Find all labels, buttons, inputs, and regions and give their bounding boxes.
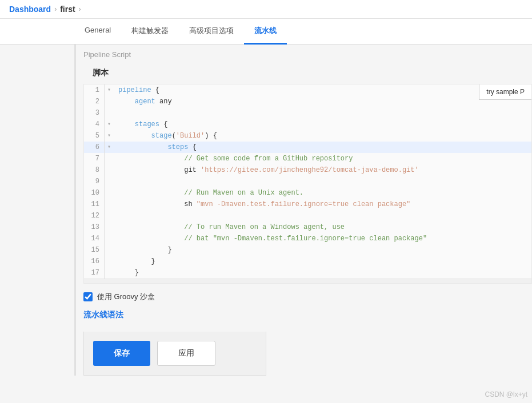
- fold-indicator: [105, 187, 114, 199]
- fold-indicator: [105, 267, 114, 279]
- table-row: 4 ▾ stages {: [84, 119, 531, 130]
- line-content: agent any: [114, 96, 531, 107]
- table-row: 9: [84, 176, 531, 187]
- fold-indicator: [105, 221, 114, 233]
- tab-triggers[interactable]: 构建触发器: [121, 19, 179, 45]
- groovy-sandbox-label: 使用 Groovy 沙盒: [97, 292, 155, 302]
- fold-indicator: [105, 176, 114, 187]
- line-number: 4: [84, 119, 105, 130]
- table-row: 13 // To run Maven on a Windows agent, u…: [84, 221, 531, 233]
- fold-indicator[interactable]: ▾: [105, 84, 114, 96]
- line-content: sh "mvn -Dmaven.test.failure.ignore=true…: [114, 199, 531, 210]
- table-row: 2 agent any: [84, 96, 531, 107]
- pipeline-script-label: Pipeline Script: [83, 45, 532, 62]
- line-content: git 'https://gitee.com/jinchenghe92/tomc…: [114, 164, 531, 176]
- main-content: Pipeline Script 脚本 try sample P 1 ▾ pipe…: [0, 45, 532, 376]
- breadcrumb-dashboard[interactable]: Dashboard: [9, 5, 51, 14]
- line-number: 6: [84, 142, 105, 153]
- fold-indicator: [105, 233, 114, 244]
- line-number: 2: [84, 96, 105, 107]
- line-content: // Run Maven on a Unix agent.: [114, 187, 531, 199]
- line-content: }: [114, 244, 531, 256]
- groovy-sandbox-row: 使用 Groovy 沙盒: [83, 284, 532, 310]
- line-number: 12: [84, 210, 105, 221]
- fold-indicator: [105, 210, 114, 221]
- line-number: 17: [84, 267, 105, 279]
- table-row: 5 ▾ stage('Build') {: [84, 130, 531, 142]
- fold-indicator: [105, 96, 114, 107]
- table-row: 14 // bat "mvn -Dmaven.test.failure.igno…: [84, 233, 531, 244]
- table-row: 17 }: [84, 267, 531, 279]
- line-number: 3: [84, 107, 105, 119]
- line-content: pipeline {: [114, 84, 531, 96]
- table-row: 16 }: [84, 256, 531, 267]
- line-number: 5: [84, 130, 105, 142]
- code-editor[interactable]: try sample P 1 ▾ pipeline { 2 agent any …: [83, 84, 532, 284]
- line-number: 8: [84, 164, 105, 176]
- fold-indicator[interactable]: ▾: [105, 119, 114, 130]
- tab-general[interactable]: General: [74, 19, 121, 45]
- table-row: 3: [84, 107, 531, 119]
- fold-indicator: [105, 244, 114, 256]
- line-number: 1: [84, 84, 105, 96]
- line-content: [114, 210, 531, 221]
- fold-indicator: [105, 199, 114, 210]
- pipeline-section: Pipeline Script 脚本 try sample P 1 ▾ pipe…: [74, 45, 532, 376]
- line-content: [114, 107, 531, 119]
- groovy-sandbox-checkbox[interactable]: [83, 292, 93, 301]
- tab-pipeline[interactable]: 流水线: [244, 19, 287, 45]
- line-number: 7: [84, 153, 105, 164]
- tab-advanced[interactable]: 高级项目选项: [179, 19, 244, 45]
- line-number: 10: [84, 187, 105, 199]
- try-sample-button[interactable]: try sample P: [479, 84, 531, 100]
- line-content: [114, 176, 531, 187]
- fold-indicator[interactable]: ▾: [105, 142, 114, 153]
- footer-buttons: 保存 应用: [83, 332, 266, 376]
- breadcrumb-sep2: ›: [79, 5, 81, 13]
- line-number: 16: [84, 256, 105, 267]
- save-button[interactable]: 保存: [93, 341, 150, 366]
- fold-indicator: [105, 256, 114, 267]
- table-row: 10 // Run Maven on a Unix agent.: [84, 187, 531, 199]
- table-row: 12: [84, 210, 531, 221]
- line-content: }: [114, 256, 531, 267]
- pipeline-syntax-link[interactable]: 流水线语法: [83, 310, 532, 332]
- breadcrumb-project[interactable]: first: [60, 5, 75, 14]
- line-content: stages {: [114, 119, 531, 130]
- script-title: 脚本: [83, 62, 532, 84]
- horizontal-scrollbar[interactable]: [84, 279, 531, 283]
- line-content: steps {: [114, 142, 531, 153]
- breadcrumb-sep1: ›: [54, 5, 57, 13]
- table-row: 11 sh "mvn -Dmaven.test.failure.ignore=t…: [84, 199, 531, 210]
- line-content: // bat "mvn -Dmaven.test.failure.ignore=…: [114, 233, 531, 244]
- table-row: 15 }: [84, 244, 531, 256]
- fold-indicator: [105, 107, 114, 119]
- line-number: 9: [84, 176, 105, 187]
- line-content: // Get some code from a GitHub repositor…: [114, 153, 531, 164]
- fold-indicator[interactable]: ▾: [105, 130, 114, 142]
- line-content: }: [114, 267, 531, 279]
- code-lines: 1 ▾ pipeline { 2 agent any 3: [84, 84, 531, 279]
- line-number: 11: [84, 199, 105, 210]
- apply-button[interactable]: 应用: [157, 341, 215, 366]
- table-row: 8 git 'https://gitee.com/jinchenghe92/to…: [84, 164, 531, 176]
- header: Dashboard › first ›: [0, 0, 532, 19]
- tabs-bar: General 构建触发器 高级项目选项 流水线: [0, 19, 532, 45]
- fold-indicator: [105, 153, 114, 164]
- line-number: 14: [84, 233, 105, 244]
- line-number: 13: [84, 221, 105, 233]
- table-row: 7 // Get some code from a GitHub reposit…: [84, 153, 531, 164]
- line-content: // To run Maven on a Windows agent, use: [114, 221, 531, 233]
- table-row: 6 ▾ steps {: [84, 142, 531, 153]
- line-number: 15: [84, 244, 105, 256]
- line-content: stage('Build') {: [114, 130, 531, 142]
- table-row: 1 ▾ pipeline {: [84, 84, 531, 96]
- fold-indicator: [105, 164, 114, 176]
- left-border-indicator: [74, 45, 76, 376]
